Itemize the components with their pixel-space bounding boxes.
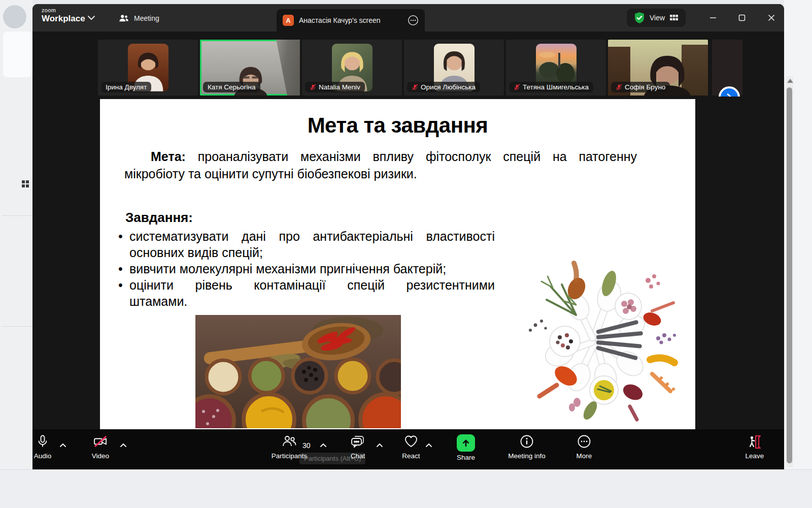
participant-name: Орися Любінська [421,83,476,91]
meeting-toolbar: Participants (Alt+U) Audio Video Partici… [32,429,784,469]
tab-meeting[interactable]: Meeting [114,10,164,27]
maximize-button[interactable] [734,11,750,24]
participants-button[interactable]: Participants [259,434,320,460]
muted-mic-icon [412,84,418,90]
close-button[interactable] [764,11,779,24]
muted-mic-icon [616,84,622,90]
list-item: • систематизувати дані про антибактеріал… [118,228,495,261]
panel-fragment [3,31,32,77]
gallery-view-icon [669,14,679,22]
spices-bowls-image [195,315,401,428]
titlebar: zoom Workplace Meeting A Анастасія Качур… [32,4,784,31]
divider [2,215,32,216]
leave-door-icon [747,434,762,449]
windows-taskbar: 5° H S PRE O [0,469,812,508]
muted-mic-icon [514,84,520,90]
react-caret-icon[interactable] [425,442,432,448]
participant-name: Ірина Двулят [106,83,147,91]
participant-tile-active-speaker[interactable]: Катя Серьогіна [200,40,300,96]
info-icon [520,434,534,449]
participant-name: Катя Серьогіна [208,83,256,91]
slide-title: Мета та завдання [100,113,695,138]
view-button[interactable]: View [627,9,686,27]
more-button[interactable]: More [564,434,604,460]
participants-count: 30 [302,441,311,450]
heart-icon [403,434,419,449]
muted-mic-icon [310,84,316,90]
scrollbar-thumb[interactable] [787,87,792,463]
tab-shared-screen-label: Анастасія Качур's screen [299,16,402,24]
zoom-workplace-logo: zoom Workplace [42,8,85,23]
chevron-down-icon[interactable] [87,15,95,21]
tab-shared-screen[interactable]: A Анастасія Качур's screen [277,9,425,31]
slide-goal-paragraph: Мета: проаналізувати механізми впливу фі… [124,148,637,182]
people-icon [119,14,129,23]
brand-bottom: Workplace [42,14,85,23]
audio-options-caret-icon[interactable] [59,442,66,448]
chat-icon [350,434,365,449]
participant-tile[interactable]: Тетяна Шмигельська [506,40,606,96]
shared-screen: Мета та завдання Мета: проаналізувати ме… [32,97,784,429]
background-window-right [784,0,812,469]
tab-meeting-label: Meeting [134,14,159,22]
scrollbar-up-arrow-icon[interactable] [787,79,793,83]
participant-tile[interactable]: Софія Бруно [608,40,708,96]
view-label: View [650,14,665,22]
participant-name: Тетяна Шмигельська [523,83,589,91]
video-options-caret-icon[interactable] [120,442,127,448]
more-ellipsis-icon [577,434,591,449]
share-icon [457,434,475,452]
security-shield-icon[interactable] [634,12,645,24]
grid-icon [21,180,29,188]
goal-label: Мета: [151,149,186,164]
meeting-info-button[interactable]: Meeting info [501,434,552,460]
video-button[interactable]: Video [81,434,120,460]
participant-tile[interactable]: Орися Любінська [404,40,504,96]
share-button[interactable]: Share [446,434,486,461]
zoom-window: zoom Workplace Meeting A Анастасія Качур… [32,4,784,469]
divider [2,326,32,327]
tab-options-ellipsis-icon[interactable] [408,15,419,26]
brand-top: zoom [42,8,85,13]
presenter-avatar: A [283,15,294,26]
tasks-label: Завдання: [125,210,193,226]
chat-button[interactable]: Chat [337,434,378,460]
background-window-left [0,0,32,469]
participants-caret-icon[interactable] [320,442,327,448]
spice-wheel-image [500,254,690,429]
participant-tile[interactable]: Ірина Двулят [98,40,198,96]
list-item: • вивчити молекулярні механізми пригніче… [118,261,495,277]
audio-button[interactable]: Audio [32,434,62,460]
minimize-button[interactable] [705,11,721,24]
leave-button[interactable]: Leave [734,434,775,460]
presentation-slide: Мета та завдання Мета: проаналізувати ме… [100,99,695,429]
slide-bullets: • систематизувати дані про антибактеріал… [118,228,495,309]
participants-icon [282,434,297,449]
participant-name: Natalia Meniv [319,83,360,91]
participant-name: Софія Бруно [625,83,665,91]
avatar [3,5,26,28]
video-strip: Ірина Двулят Катя Серьогіна Natalia Meni… [32,31,784,97]
video-camera-off-icon [93,434,108,449]
chat-caret-icon[interactable] [376,442,383,448]
list-item: • оцінити рівень контамінації спецій рез… [118,277,495,309]
screen: zoom Workplace Meeting A Анастасія Качур… [0,0,812,508]
participant-tile[interactable]: Natalia Meniv [302,40,402,96]
mic-icon [36,434,50,449]
